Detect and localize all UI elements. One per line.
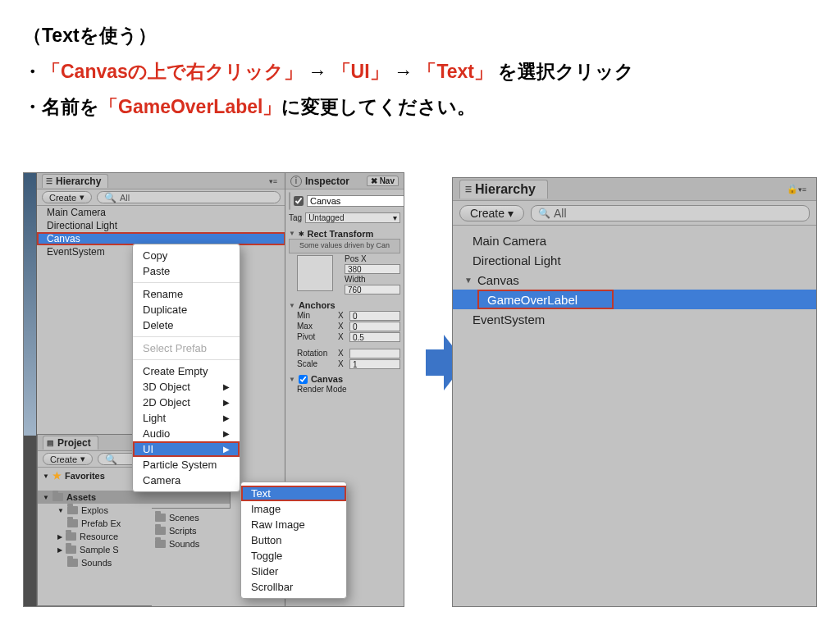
menu-2d-object[interactable]: 2D Object▶ [133, 395, 240, 410]
instr-gameoverlabel: 「GameOverLabel」 [99, 89, 281, 126]
pos-x-field[interactable]: 380 [345, 264, 400, 274]
project-folder[interactable]: Scenes [152, 511, 231, 524]
hierarchy-body: Main Camera Directional Light ▼ Canvas G… [453, 226, 816, 334]
scale-x-field[interactable]: 1 [349, 359, 400, 369]
bullet-text: ・ [23, 54, 42, 90]
menu-audio[interactable]: Audio▶ [133, 426, 240, 441]
project-create-dropdown[interactable]: Create ▾ [43, 453, 93, 465]
context-menu: Copy Paste Rename Duplicate Delete Selec… [132, 244, 240, 492]
menu-3d-object[interactable]: 3D Object▶ [133, 379, 240, 395]
submenu-raw-image[interactable]: Raw Image [241, 517, 346, 532]
menu-separator [133, 336, 240, 337]
canvas-section-header[interactable]: Canvas [289, 374, 400, 384]
chevron-down-icon: ▼ [57, 507, 64, 514]
menu-camera[interactable]: Camera [133, 472, 240, 488]
panel-options-icon[interactable]: ▾≡ [798, 185, 810, 194]
pivot-label: Pivot [297, 332, 335, 342]
menu-separator [133, 282, 240, 283]
project-folder[interactable]: Sounds [152, 537, 231, 550]
panel-options-icon[interactable]: ▾≡ [269, 177, 281, 185]
folder-icon [52, 493, 63, 501]
pivot-x-field[interactable]: 0.5 [349, 332, 400, 342]
menu-rename[interactable]: Rename [133, 286, 240, 302]
menu-create-empty[interactable]: Create Empty [133, 363, 240, 379]
scene-view-edge [24, 173, 37, 436]
rect-transform-header[interactable]: ✱ Rect Transform [289, 228, 400, 239]
create-dropdown[interactable]: Create ▾ [459, 205, 524, 221]
hierarchy-item-directional-light[interactable]: Directional Light [453, 250, 816, 270]
search-icon: 🔍 [105, 454, 117, 465]
project-tab[interactable]: ▤ Project [43, 436, 98, 450]
instr2-tail: に変更してください。 [281, 89, 476, 126]
submenu-toggle[interactable]: Toggle [241, 548, 346, 564]
submenu-arrow-icon: ▶ [223, 445, 230, 454]
menu-ui[interactable]: UI▶ [133, 441, 240, 457]
submenu-arrow-icon: ▶ [223, 398, 230, 407]
right-unity-screenshot: ☰ Hierarchy 🔒 ▾≡ Create ▾ 🔍 All Main Cam… [452, 177, 817, 607]
hierarchy-item-main-camera[interactable]: Main Camera [37, 206, 285, 219]
search-placeholder: All [554, 207, 567, 220]
project-assets[interactable]: ▼ Assets [38, 491, 230, 504]
anchor-min-x-field[interactable]: 0 [349, 311, 400, 321]
hierarchy-item-eventsystem[interactable]: EventSystem [453, 309, 816, 329]
gameobject-name-field[interactable] [307, 195, 404, 207]
hierarchy-item-directional-light[interactable]: Directional Light [37, 219, 285, 232]
anchor-preset-button[interactable] [297, 255, 333, 291]
search-placeholder: All [120, 193, 130, 203]
list-icon: ☰ [465, 185, 472, 194]
render-mode-label: Render Mode [297, 385, 354, 394]
menu-light[interactable]: Light▶ [133, 410, 240, 426]
chevron-right-icon: ▶ [57, 533, 62, 541]
tag-label: Tag [289, 213, 302, 222]
tag-dropdown[interactable]: Untagged▾ [305, 212, 400, 223]
highlight-ring [477, 290, 614, 309]
anchors-header[interactable]: Anchors [289, 300, 400, 310]
rotation-x-field[interactable] [349, 349, 400, 358]
left-unity-screenshot: ☰ Hierarchy ▾≡ Create ▾ 🔍 All Main Camer… [23, 172, 404, 607]
hierarchy-item-canvas[interactable]: ▼ Canvas [453, 270, 816, 290]
canvas-enabled-checkbox[interactable] [299, 375, 308, 384]
menu-duplicate[interactable]: Duplicate [133, 302, 240, 317]
hierarchy-tab[interactable]: ☰ Hierarchy [42, 174, 108, 188]
instruction-line-1: ・ 「Canvasの上で右クリック」 → 「UI」 → 「Text」 を選択クリ… [23, 54, 817, 90]
chevron-down-icon: ▼ [43, 472, 49, 480]
menu-particle-system[interactable]: Particle System [133, 457, 240, 472]
scene-view-edge [24, 436, 37, 607]
hierarchy-search-input[interactable]: 🔍 All [97, 191, 281, 203]
chevron-down-icon: ▾ [80, 454, 85, 464]
inspector-tag-row: Tag Untagged▾ [289, 212, 400, 223]
search-icon: 🔍 [104, 192, 116, 203]
inspector-tab-label[interactable]: Inspector [305, 176, 349, 187]
instructions-heading: （Textを使う） [23, 18, 817, 54]
hierarchy-item-main-camera[interactable]: Main Camera [453, 231, 816, 250]
folder-icon [67, 559, 78, 567]
lock-icon[interactable]: 🔒 [787, 184, 798, 194]
submenu-slider[interactable]: Slider [241, 564, 346, 579]
submenu-button[interactable]: Button [241, 532, 346, 548]
width-field[interactable]: 760 [345, 285, 400, 294]
arrow-text: → [394, 61, 418, 82]
assets-label: Assets [66, 492, 96, 502]
menu-paste[interactable]: Paste [133, 263, 240, 279]
project-folder[interactable]: Scripts [152, 524, 231, 537]
hierarchy-search-input[interactable]: 🔍 All [531, 205, 810, 221]
menu-copy[interactable]: Copy [133, 248, 240, 263]
instr-tail: を選択クリック [498, 61, 634, 82]
chevron-down-icon: ▾ [80, 192, 84, 203]
submenu-scrollbar[interactable]: Scrollbar [241, 579, 346, 595]
rect-transform-hint: Some values driven by Can [289, 239, 400, 253]
submenu-arrow-icon: ▶ [223, 429, 230, 438]
create-dropdown[interactable]: Create ▾ [42, 191, 92, 203]
nav-tab[interactable]: ✖ Nav [367, 176, 399, 186]
hierarchy-toolbar: Create ▾ 🔍 All [453, 201, 816, 226]
project-create-label: Create [50, 454, 77, 464]
submenu-text[interactable]: Text [241, 486, 346, 501]
hierarchy-tab[interactable]: ☰ Hierarchy [459, 180, 548, 199]
menu-delete[interactable]: Delete [133, 317, 240, 333]
hierarchy-tab-label: Hierarchy [475, 182, 536, 197]
gameobject-active-checkbox[interactable] [294, 196, 304, 206]
submenu-image[interactable]: Image [241, 501, 346, 517]
hierarchy-tab-label: Hierarchy [56, 176, 101, 187]
anchor-max-x-field[interactable]: 0 [349, 322, 400, 331]
info-icon: i [290, 176, 302, 187]
